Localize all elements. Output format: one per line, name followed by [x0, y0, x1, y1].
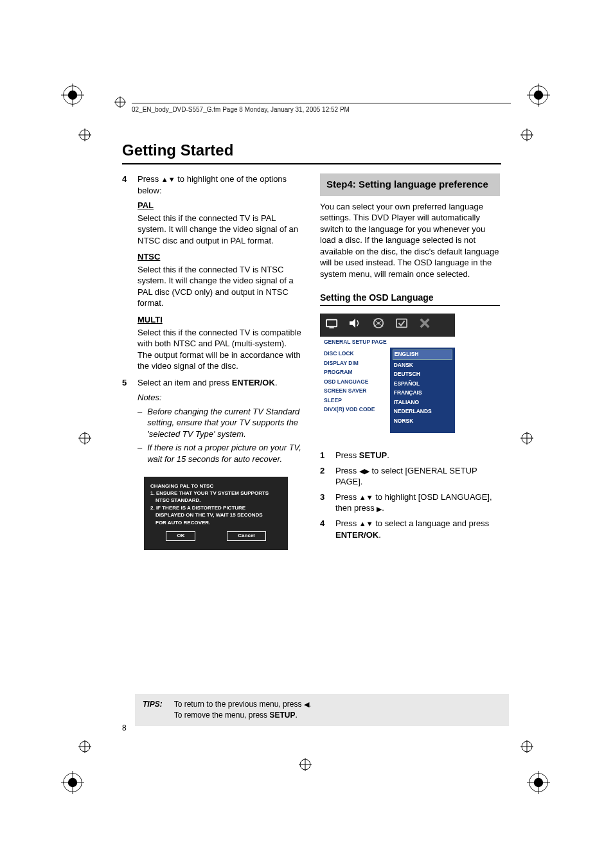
dialog-line: 2. IF THERE IS A DISTORTED PICTURE: [150, 505, 281, 511]
registration-mark-icon: [61, 84, 84, 107]
crosshair-icon: [520, 432, 533, 445]
text: To remove the menu, press: [174, 711, 270, 720]
text: Press: [138, 174, 161, 184]
title-underline: [122, 163, 501, 164]
paragraph: Select this if the connected TV is compa…: [138, 327, 302, 372]
page: 02_EN_body_DVD-S557_G.fm Page 8 Monday, …: [0, 0, 613, 868]
tips-content: To return to the previous menu, press ◀.…: [174, 699, 311, 721]
osd-item: SCREEN SAVER: [324, 387, 386, 394]
text-bold: SETUP: [359, 450, 387, 460]
text: Press: [335, 492, 359, 502]
left-column: 4 Press ▲▼ to highlight one of the optio…: [122, 173, 302, 550]
left-right-arrow-icon: ◀▶: [359, 466, 369, 476]
dialog-title: CHANGING PAL TO NTSC: [150, 483, 281, 490]
ok-button: OK: [166, 531, 195, 541]
dialog-line: FOR AUTO RECOVER.: [150, 520, 281, 526]
cancel-button: Cancel: [227, 531, 265, 541]
disc-icon: [371, 317, 386, 332]
crosshair-icon: [78, 432, 91, 445]
dialog-line: NTSC STANDARD.: [150, 497, 281, 504]
text: .: [295, 711, 297, 720]
osd-footer: [320, 433, 455, 441]
step-text: Press ▲▼ to highlight [OSD LANGUAGE], th…: [335, 492, 500, 514]
osd-tab-bar: [320, 314, 455, 336]
text: Select an item and press: [138, 378, 232, 387]
registration-mark-icon: [527, 84, 550, 107]
text: Press: [335, 518, 359, 528]
subsection-heading: Setting the OSD Language: [320, 292, 500, 306]
tips-label: TIPS:: [143, 699, 163, 721]
svg-rect-47: [396, 319, 407, 328]
intro-paragraph: You can select your own preferred langua…: [320, 201, 500, 280]
crosshair-icon: [78, 740, 91, 753]
subheading-multi: MULTI: [138, 314, 302, 326]
text: to select a language and press: [373, 518, 490, 528]
osd-item: SLEEP: [324, 397, 386, 404]
note-item: – Before changing the current TV Standar…: [138, 406, 302, 440]
text-bold: ENTER/OK: [232, 378, 275, 387]
osd-left-list: DISC LOCK DISPLAY DIM PROGRAM OSD LANGUA…: [320, 348, 390, 433]
close-icon: [418, 317, 432, 332]
tips-box: TIPS: To return to the previous menu, pr…: [135, 694, 509, 726]
svg-rect-41: [330, 328, 334, 329]
crosshair-icon: [299, 758, 312, 771]
step-title: Step4: Setting language preference: [320, 173, 500, 196]
up-down-arrow-icon: ▲▼: [359, 493, 373, 502]
dialog-line: 1. ENSURE THAT YOUR TV SYSTEM SUPPORTS: [150, 490, 281, 497]
dash-icon: –: [138, 406, 142, 440]
text: .: [387, 450, 389, 460]
content-area: Getting Started 4 Press ▲▼ to highlight …: [122, 141, 501, 550]
osd-header: GENERAL SETUP PAGE: [320, 336, 455, 348]
step-number: 4: [320, 518, 329, 540]
crosshair-icon: [114, 96, 126, 108]
crosshair-icon: [520, 128, 533, 141]
left-arrow-icon: ◀: [304, 700, 309, 709]
crosshair-icon: [520, 740, 533, 753]
osd-screenshot: GENERAL SETUP PAGE DISC LOCK DISPLAY DIM…: [320, 314, 455, 441]
note-text: If there is not a proper picture on your…: [147, 442, 302, 465]
step-text: Press ▲▼ to select a language and press …: [335, 518, 500, 540]
page-number: 8: [122, 723, 127, 732]
up-down-arrow-icon: ▲▼: [359, 519, 373, 529]
osd-item: ITALIANO: [394, 399, 451, 406]
text: .: [309, 700, 311, 709]
dash-icon: –: [138, 442, 142, 465]
osd-item: DIVX(R) VOD CODE: [324, 406, 386, 413]
speaker-icon: [348, 317, 362, 332]
registration-mark-icon: [527, 771, 550, 794]
step-text: Press ◀▶ to select [GENERAL SETUP PAGE].: [335, 465, 500, 488]
text-bold: ENTER/OK: [335, 530, 378, 540]
up-down-arrow-icon: ▲▼: [161, 175, 175, 184]
step-number: 3: [320, 492, 329, 514]
osd-right-list: ENGLISH DANSK DEUTSCH ESPAÑOL FRANÇAIS I…: [390, 348, 455, 433]
right-column: Step4: Setting language preference You c…: [320, 173, 500, 550]
tv-icon: [325, 317, 339, 332]
text: .: [275, 378, 278, 387]
osd-item: FRANÇAIS: [394, 389, 451, 396]
osd-item-selected: ENGLISH: [393, 350, 452, 359]
osd-item: OSD LANGUAGE: [324, 378, 386, 385]
page-title: Getting Started: [122, 141, 501, 159]
text-bold: SETUP: [269, 711, 295, 720]
osd-item: DISPLAY DIM: [324, 360, 386, 367]
step-number: 1: [320, 450, 329, 461]
crosshair-icon: [78, 128, 91, 141]
osd-item: NORSK: [394, 418, 451, 425]
step-text: Select an item and press ENTER/OK.: [138, 377, 302, 389]
osd-item: PROGRAM: [324, 369, 386, 376]
step-text: Press SETUP.: [335, 450, 500, 461]
osd-item: NEDERLANDS: [394, 408, 451, 415]
step-number: 5: [122, 377, 131, 389]
osd-item: DANSK: [394, 362, 451, 369]
paragraph: Select this if the connected TV is PAL s…: [138, 213, 302, 247]
step-text: Press ▲▼ to highlight one of the options…: [138, 173, 302, 196]
text: .: [382, 503, 384, 513]
document-header-runner: 02_EN_body_DVD-S557_G.fm Page 8 Monday, …: [132, 103, 511, 113]
svg-rect-40: [326, 320, 337, 327]
notes-label: Notes:: [138, 392, 302, 403]
step-number: 2: [320, 465, 329, 488]
registration-mark-icon: [61, 771, 84, 794]
osd-item: ESPAÑOL: [394, 380, 451, 387]
subheading-ntsc: NTSC: [138, 251, 302, 263]
step-number: 4: [122, 173, 131, 196]
